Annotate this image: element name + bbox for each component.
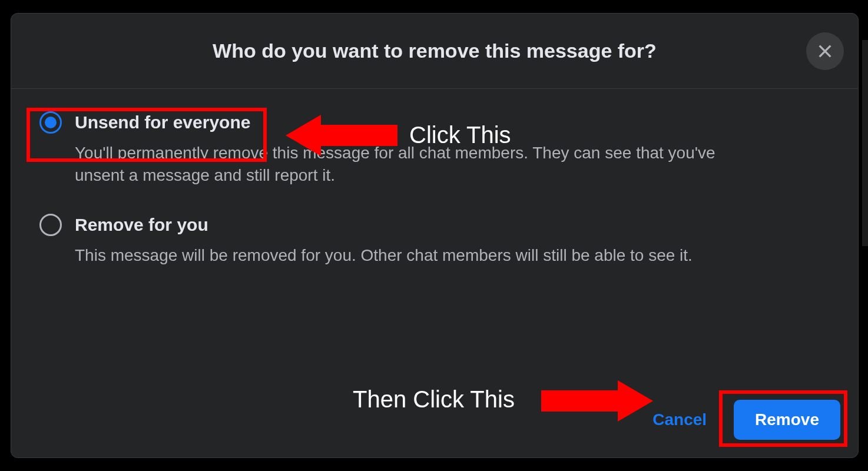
- remove-button[interactable]: Remove: [734, 400, 840, 440]
- annotation-text-then-click-this: Then Click This: [353, 386, 515, 413]
- arrow-left-icon: [286, 112, 397, 159]
- annotation-arrow-left: [286, 112, 397, 159]
- modal-header: Who do you want to remove this message f…: [11, 14, 858, 89]
- close-icon: [816, 42, 834, 61]
- arrow-right-icon: [541, 377, 653, 424]
- annotation-arrow-right: [541, 377, 653, 424]
- svg-marker-1: [541, 380, 653, 422]
- option-remove-for-you[interactable]: Remove for you This message will be remo…: [11, 214, 858, 267]
- option-label: Unsend for everyone: [75, 112, 250, 132]
- modal-footer: Cancel Remove: [637, 400, 840, 440]
- option-description: This message will be removed for you. Ot…: [75, 244, 764, 267]
- modal-title: Who do you want to remove this message f…: [213, 39, 657, 62]
- option-header: Remove for you: [39, 214, 858, 236]
- radio-selected-icon[interactable]: [39, 111, 62, 134]
- close-button[interactable]: [806, 32, 844, 70]
- background-panel-fragment: [862, 40, 868, 246]
- remove-message-modal: Who do you want to remove this message f…: [11, 13, 859, 458]
- svg-marker-0: [286, 115, 397, 156]
- radio-unselected-icon[interactable]: [39, 214, 62, 236]
- option-description: You'll permanently remove this message f…: [75, 142, 764, 187]
- annotation-text-click-this: Click This: [409, 122, 511, 148]
- option-label: Remove for you: [75, 215, 208, 235]
